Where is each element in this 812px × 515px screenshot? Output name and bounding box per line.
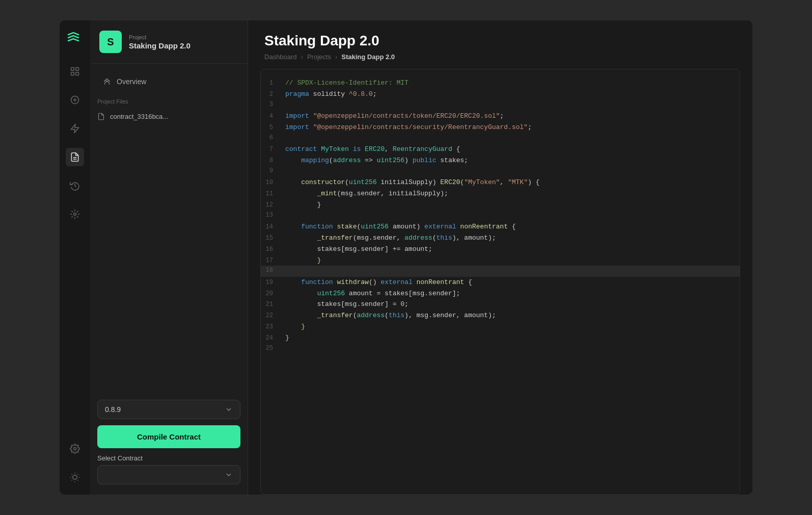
code-line-15: 15 _transfer(msg.sender, address(this), … — [261, 233, 740, 244]
svg-line-22 — [104, 80, 105, 82]
code-line-20: 20 uint256 amount = stakes[msg.sender]; — [261, 288, 740, 299]
code-line-7: 7 contract MyToken is ERC20, ReentrancyG… — [261, 144, 740, 155]
code-line-25: 25 — [261, 344, 740, 355]
svg-point-21 — [106, 79, 109, 82]
code-line-17: 17 } — [261, 255, 740, 266]
svg-line-19 — [72, 480, 72, 480]
breadcrumb: Dashboard › Projects › Staking Dapp 2.0 — [264, 53, 736, 61]
code-line-11: 11 _mint(msg.sender, initialSupply); — [261, 188, 740, 199]
code-line-5: 5 import "@openzeppelin/contracts/securi… — [261, 122, 740, 133]
project-files-label: Project Files — [90, 90, 248, 109]
project-info: Project Staking Dapp 2.0 — [129, 34, 191, 50]
contract-chevron-icon — [225, 471, 233, 479]
overview-icon — [102, 77, 112, 86]
icon-bar — [60, 20, 90, 495]
breadcrumb-sep-1: › — [301, 53, 303, 61]
svg-line-23 — [109, 80, 110, 82]
theme-nav-icon[interactable] — [66, 468, 84, 486]
code-editor[interactable]: 1 // SPDX-License-Identifier: MIT 2 prag… — [261, 69, 740, 494]
breadcrumb-current: Staking Dapp 2.0 — [341, 53, 395, 61]
code-line-21: 21 stakes[msg.sender] = 0; — [261, 299, 740, 310]
svg-line-16 — [77, 480, 78, 480]
project-label: Project — [129, 34, 191, 40]
main-content: Staking Dapp 2.0 Dashboard › Projects › … — [248, 20, 752, 495]
model-nav-icon[interactable] — [66, 205, 84, 223]
code-line-4: 4 import "@openzeppelin/contracts/token/… — [261, 111, 740, 122]
dashboard-nav-icon[interactable] — [66, 62, 84, 81]
code-line-19: 19 function withdraw() external nonReent… — [261, 277, 740, 288]
code-line-1: 1 // SPDX-License-Identifier: MIT — [261, 78, 740, 89]
overview-nav-item[interactable]: Overview — [97, 73, 240, 90]
project-avatar: S — [99, 31, 122, 53]
code-line-2: 2 pragma solidity ^0.8.0; — [261, 89, 740, 100]
svg-point-11 — [74, 448, 76, 450]
logo-icon — [66, 29, 84, 47]
code-line-3: 3 — [261, 100, 740, 111]
svg-rect-2 — [71, 72, 74, 75]
side-nav: Overview — [90, 64, 248, 90]
code-line-23: 23 } — [261, 321, 740, 332]
compile-button[interactable]: Compile Contract — [97, 425, 240, 448]
svg-line-15 — [72, 474, 72, 475]
code-line-6: 6 — [261, 133, 740, 144]
code-line-9: 9 — [261, 166, 740, 177]
contracts-nav-icon[interactable] — [66, 148, 84, 166]
code-line-14: 14 function stake(uint256 amount) extern… — [261, 221, 740, 233]
svg-rect-0 — [71, 68, 74, 71]
code-line-22: 22 _transfer(address(this), msg.sender, … — [261, 310, 740, 321]
breadcrumb-projects: Projects — [307, 53, 331, 61]
settings-nav-icon[interactable] — [66, 440, 84, 458]
add-nav-icon[interactable] — [66, 91, 84, 109]
contract-select-dropdown[interactable] — [97, 465, 240, 484]
file-name: contract_3316bca... — [110, 113, 168, 120]
ai-nav-icon[interactable] — [66, 119, 84, 138]
page-title: Staking Dapp 2.0 — [264, 33, 736, 49]
code-line-8: 8 mapping(address => uint256) public sta… — [261, 155, 740, 166]
chevron-down-icon — [225, 405, 233, 414]
breadcrumb-sep-2: › — [335, 53, 337, 61]
side-panel: S Project Staking Dapp 2.0 Overview — [90, 20, 248, 495]
code-line-10: 10 constructor(uint256 initialSupply) ER… — [261, 177, 740, 188]
select-contract-label: Select Contract — [97, 454, 240, 462]
history-nav-icon[interactable] — [66, 176, 84, 195]
svg-point-10 — [74, 213, 76, 216]
svg-rect-3 — [76, 72, 79, 75]
code-line-24: 24 } — [261, 332, 740, 344]
svg-marker-7 — [71, 124, 79, 133]
project-header: S Project Staking Dapp 2.0 — [90, 20, 248, 64]
svg-line-20 — [77, 474, 78, 475]
main-header: Staking Dapp 2.0 Dashboard › Projects › … — [248, 20, 752, 69]
file-item[interactable]: contract_3316bca... — [90, 109, 248, 124]
code-line-18: 18 — [261, 266, 740, 277]
overview-label: Overview — [117, 78, 146, 86]
code-container: 1 // SPDX-License-Identifier: MIT 2 prag… — [260, 69, 740, 495]
project-name: Staking Dapp 2.0 — [129, 41, 191, 50]
version-value: 0.8.9 — [105, 405, 121, 414]
code-line-13: 13 — [261, 211, 740, 222]
code-line-16: 16 stakes[msg.sender] += amount; — [261, 244, 740, 255]
version-select[interactable]: 0.8.9 — [97, 400, 240, 419]
svg-point-12 — [73, 475, 77, 479]
side-panel-bottom: 0.8.9 Compile Contract Select Contract — [90, 392, 248, 495]
breadcrumb-dashboard: Dashboard — [264, 53, 297, 61]
svg-rect-1 — [76, 68, 79, 71]
file-icon — [97, 113, 105, 120]
code-line-12: 12 } — [261, 199, 740, 211]
